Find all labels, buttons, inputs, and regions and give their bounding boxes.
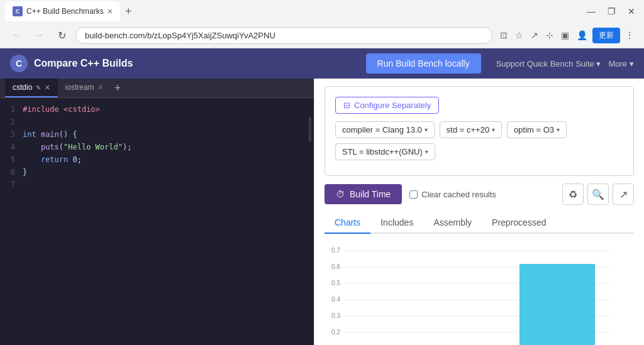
tab2-close-icon[interactable]: × xyxy=(98,82,103,92)
tab-assembly[interactable]: Assembly xyxy=(423,212,482,234)
add-tab-button[interactable]: + xyxy=(111,82,125,95)
code-line-1: 1 #include <cstdio> xyxy=(0,103,314,116)
code-line-2: 2 xyxy=(0,116,314,128)
code-line-5: 5 return 0; xyxy=(0,153,314,166)
config-section: ⊟ Configure Separately compiler = Clang … xyxy=(325,86,634,176)
close-window-button[interactable]: ✕ xyxy=(624,4,639,19)
code-line-3: 3 int main() { xyxy=(0,128,314,141)
new-tab-button[interactable]: + xyxy=(123,3,135,21)
tab-charts[interactable]: Charts xyxy=(325,212,370,234)
window-controls: — ❐ ✕ xyxy=(584,4,639,19)
addr-icon-1[interactable]: ⊡ xyxy=(497,28,510,43)
share-icon: ↗ xyxy=(619,189,628,200)
std-label: std = c++20 xyxy=(447,125,489,134)
recycle-icon: ♻ xyxy=(569,189,577,200)
recycle-button[interactable]: ♻ xyxy=(562,183,584,205)
scroll-indicator xyxy=(309,117,311,142)
run-build-bench-button[interactable]: Run Build Bench locally xyxy=(366,53,481,74)
config-grid-icon: ⊟ xyxy=(343,101,350,110)
clock-icon: ⏱ xyxy=(336,189,345,199)
more-menu-button[interactable]: More ▾ xyxy=(608,59,634,68)
compiler-row-2: STL = libstdc++(GNU) ▾ xyxy=(335,143,623,160)
code-line-7: 7 xyxy=(0,178,314,191)
std-select[interactable]: std = c++20 ▾ xyxy=(440,121,502,138)
svg-text:0.7: 0.7 xyxy=(331,247,340,254)
stl-arrow-icon: ▾ xyxy=(425,148,428,155)
tab-includes[interactable]: Includes xyxy=(370,212,423,234)
configure-separately-button[interactable]: ⊟ Configure Separately xyxy=(335,97,439,114)
tab-favicon: C xyxy=(13,6,23,16)
addr-icon-user[interactable]: 👤 xyxy=(574,28,590,43)
url-input[interactable] xyxy=(75,27,492,44)
app-logo: C Compare C++ Builds xyxy=(10,55,133,72)
optim-arrow-icon: ▾ xyxy=(557,126,560,133)
refresh-button[interactable]: ↻ xyxy=(53,26,70,44)
svg-text:0.3: 0.3 xyxy=(331,312,340,319)
editor-pane: cstdio ✎ × iostream × + 1 #include <cstd… xyxy=(0,79,314,345)
header-nav: Support Quick Bench Suite ▾ More ▾ xyxy=(491,57,634,71)
editor-content[interactable]: 1 #include <cstdio> 2 3 int main() { 4 p… xyxy=(0,98,314,345)
clear-cache-text: Clear cached results xyxy=(421,190,496,199)
build-section: ⏱ Build Time Clear cached results ♻ 🔍 ↗ xyxy=(325,183,634,205)
view-tabs: Charts Includes Assembly Preprocessed xyxy=(325,212,634,234)
addr-icon-window[interactable]: ▣ xyxy=(558,28,572,43)
main-layout: cstdio ✎ × iostream × + 1 #include <cstd… xyxy=(0,79,644,345)
bar-iostream xyxy=(519,264,595,345)
tab-title: C++ Build Benchmarks xyxy=(26,7,104,16)
right-pane: ⊟ Configure Separately compiler = Clang … xyxy=(314,79,644,345)
svg-text:0.5: 0.5 xyxy=(331,280,340,287)
editor-tab-iostream[interactable]: iostream × xyxy=(58,79,111,97)
code-line-4: 4 puts("Hello World"); xyxy=(0,141,314,153)
share-button[interactable]: ↗ xyxy=(613,183,634,205)
addr-icon-star[interactable]: ☆ xyxy=(513,28,526,43)
build-time-label: Build Time xyxy=(350,189,391,199)
svg-text:0.6: 0.6 xyxy=(331,263,340,270)
compiler-arrow-icon: ▾ xyxy=(425,126,428,133)
code-line-6: 6 } xyxy=(0,166,314,178)
compiler-select[interactable]: compiler = Clang 13.0 ▾ xyxy=(335,121,435,138)
optim-select[interactable]: optim = O3 ▾ xyxy=(507,121,567,138)
clear-cache-label[interactable]: Clear cached results xyxy=(409,190,496,199)
tab-preprocessed[interactable]: Preprocessed xyxy=(482,212,556,234)
app-header: C Compare C++ Builds Run Build Bench loc… xyxy=(0,48,644,79)
tab-close-icon[interactable]: × xyxy=(45,82,50,92)
tab-cstdio-label: cstdio xyxy=(13,83,32,92)
compiler-row-1: compiler = Clang 13.0 ▾ std = c++20 ▾ op… xyxy=(335,121,623,138)
svg-text:0.2: 0.2 xyxy=(331,329,340,336)
search-icon: 🔍 xyxy=(592,189,604,200)
app-title: Compare C++ Builds xyxy=(34,58,133,69)
build-time-button[interactable]: ⏱ Build Time xyxy=(325,184,402,204)
addr-icon-bookmark[interactable]: ⊹ xyxy=(543,28,556,43)
chart-svg: 0.7 0.6 0.5 0.4 0.3 0.2 0.1 0 cstdi xyxy=(325,241,634,345)
svg-text:0.4: 0.4 xyxy=(331,296,340,303)
support-link[interactable]: Support Quick Bench Suite ▾ xyxy=(491,57,606,71)
std-arrow-icon: ▾ xyxy=(492,126,495,133)
address-bar-actions: ⊡ ☆ ↗ ⊹ ▣ 👤 更新 ⋮ xyxy=(497,28,636,43)
chart-area: 0.7 0.6 0.5 0.4 0.3 0.2 0.1 0 cstdi xyxy=(325,236,634,345)
more-label: More xyxy=(608,59,627,68)
stl-label: STL = libstdc++(GNU) xyxy=(342,147,423,156)
stl-select[interactable]: STL = libstdc++(GNU) ▾ xyxy=(335,143,435,160)
forward-button[interactable]: → xyxy=(30,26,48,44)
browser-chrome: C C++ Build Benchmarks × + — ❐ ✕ ← → ↻ ⊡… xyxy=(0,0,644,48)
clear-cache-checkbox[interactable] xyxy=(409,190,418,199)
addr-icon-menu[interactable]: ⋮ xyxy=(623,28,636,43)
addr-icon-share[interactable]: ↗ xyxy=(528,28,541,43)
search-action-button[interactable]: 🔍 xyxy=(587,183,609,205)
configure-separately-label: Configure Separately xyxy=(354,101,431,110)
minimize-button[interactable]: — xyxy=(584,4,599,19)
maximize-button[interactable]: ❐ xyxy=(604,4,619,19)
optim-label: optim = O3 xyxy=(514,125,554,134)
compiler-label: compiler = Clang 13.0 xyxy=(342,125,422,134)
action-icons: ♻ 🔍 ↗ xyxy=(562,183,634,205)
editor-tab-bar: cstdio ✎ × iostream × + xyxy=(0,79,314,98)
tab-bar: C C++ Build Benchmarks × + — ❐ ✕ xyxy=(0,0,644,23)
more-chevron-icon: ▾ xyxy=(630,59,634,68)
editor-tab-cstdio[interactable]: cstdio ✎ × xyxy=(5,79,58,97)
tab-iostream-label: iostream xyxy=(65,83,94,92)
back-button[interactable]: ← xyxy=(8,26,25,44)
update-button[interactable]: 更新 xyxy=(592,28,620,43)
browser-tab-active[interactable]: C C++ Build Benchmarks × xyxy=(5,1,120,21)
tab-edit-icon[interactable]: ✎ xyxy=(36,84,41,91)
close-tab-icon[interactable]: × xyxy=(108,7,113,16)
